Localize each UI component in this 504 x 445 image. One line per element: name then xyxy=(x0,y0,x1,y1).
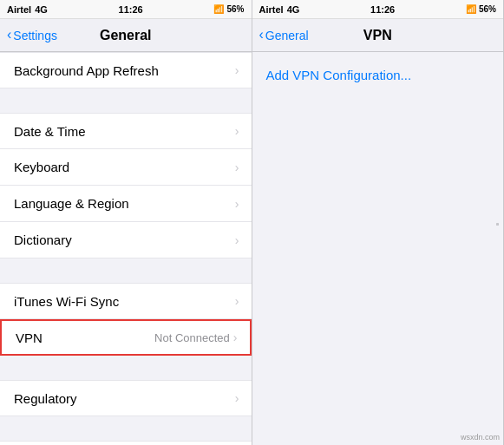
language-region-item[interactable]: Language & Region › xyxy=(0,186,252,222)
itunes-wifi-sync-item[interactable]: iTunes Wi-Fi Sync › xyxy=(0,283,252,319)
date-time-label: Date & Time xyxy=(14,124,86,139)
right-nav-title: VPN xyxy=(363,28,392,43)
itunes-wifi-sync-label: iTunes Wi-Fi Sync xyxy=(14,294,119,309)
itunes-wifi-sync-right: › xyxy=(235,294,239,308)
right-panel: Airtel 4G 11:26 📶 56% ‹ General VPN Add … xyxy=(252,0,505,445)
language-region-right: › xyxy=(235,197,239,211)
back-chevron-icon: ‹ xyxy=(7,27,11,43)
vpn-label: VPN xyxy=(16,330,43,345)
chevron-right-icon: › xyxy=(235,197,239,211)
carrier-right: Airtel xyxy=(259,4,284,15)
spacer-1 xyxy=(0,88,252,113)
vpn-item[interactable]: VPN Not Connected › xyxy=(0,319,252,356)
time-right: 11:26 xyxy=(370,4,395,15)
group-5: Reset › xyxy=(0,441,252,445)
network-left: 4G xyxy=(35,4,48,15)
background-app-refresh-item[interactable]: Background App Refresh › xyxy=(0,52,252,88)
network-right: 4G xyxy=(287,4,300,15)
status-left-right: Airtel 4G xyxy=(259,4,300,15)
carrier-left: Airtel xyxy=(7,4,31,15)
battery-right: 56% xyxy=(479,4,496,14)
keyboard-right: › xyxy=(235,160,239,174)
chevron-right-icon: › xyxy=(235,233,239,247)
back-chevron-icon-right: ‹ xyxy=(259,27,264,43)
background-app-refresh-label: Background App Refresh xyxy=(14,63,159,78)
reset-item[interactable]: Reset › xyxy=(0,441,252,445)
spacer-4 xyxy=(0,416,252,441)
vpn-right: Not Connected › xyxy=(154,330,237,344)
dictionary-label: Dictionary xyxy=(14,232,72,247)
settings-back-button[interactable]: ‹ Settings xyxy=(7,28,57,43)
chevron-right-icon: › xyxy=(233,330,238,344)
group-1: Background App Refresh › xyxy=(0,52,252,88)
dictionary-item[interactable]: Dictionary › xyxy=(0,222,252,258)
status-right-right: 📶 56% xyxy=(466,4,496,14)
right-status-bar: Airtel 4G 11:26 📶 56% xyxy=(252,0,504,19)
add-vpn-configuration-link[interactable]: Add VPN Configuration... xyxy=(266,64,490,86)
status-right-left: 📶 56% xyxy=(213,4,244,14)
group-3: iTunes Wi-Fi Sync › VPN Not Connected › xyxy=(0,283,252,356)
left-nav-title: General xyxy=(100,28,152,43)
watermark: wsxdn.com xyxy=(461,433,500,442)
back-label: Settings xyxy=(13,29,57,43)
regulatory-item[interactable]: Regulatory › xyxy=(0,380,252,416)
spacer-3 xyxy=(0,356,252,380)
left-panel: Airtel 4G 11:26 📶 56% ‹ Settings General… xyxy=(0,0,252,445)
regulatory-right: › xyxy=(235,391,239,405)
background-app-refresh-right: › xyxy=(235,63,239,77)
chevron-right-icon: › xyxy=(235,160,239,174)
chevron-right-icon: › xyxy=(235,63,239,77)
date-time-item[interactable]: Date & Time › xyxy=(0,113,252,149)
vpn-status-text: Not Connected xyxy=(154,331,230,344)
language-region-label: Language & Region xyxy=(14,196,129,211)
status-left: Airtel 4G xyxy=(7,4,48,15)
left-nav-bar: ‹ Settings General xyxy=(0,19,252,52)
wifi-icon-left: 📶 xyxy=(213,4,224,14)
chevron-right-icon: › xyxy=(235,124,239,138)
chevron-right-icon: › xyxy=(235,294,239,308)
battery-left: 56% xyxy=(226,4,244,14)
wifi-icon-right: 📶 xyxy=(466,4,476,14)
general-back-button[interactable]: ‹ General xyxy=(259,28,309,43)
scroll-dot-3 xyxy=(496,223,499,226)
right-nav-bar: ‹ General VPN xyxy=(252,19,504,52)
settings-list: Background App Refresh › Date & Time › K… xyxy=(0,52,252,445)
time-left: 11:26 xyxy=(119,4,143,15)
left-status-bar: Airtel 4G 11:26 📶 56% xyxy=(0,0,252,19)
date-time-right: › xyxy=(235,124,239,138)
spacer-2 xyxy=(0,258,252,283)
group-4: Regulatory › xyxy=(0,380,252,416)
back-label-right: General xyxy=(265,29,309,43)
group-2: Date & Time › Keyboard › Language & Regi… xyxy=(0,113,252,258)
keyboard-item[interactable]: Keyboard › xyxy=(0,149,252,186)
regulatory-label: Regulatory xyxy=(14,391,77,406)
vpn-content: Add VPN Configuration... xyxy=(252,52,504,98)
keyboard-label: Keyboard xyxy=(14,160,69,174)
dictionary-right: › xyxy=(235,233,239,247)
chevron-right-icon: › xyxy=(235,391,239,405)
